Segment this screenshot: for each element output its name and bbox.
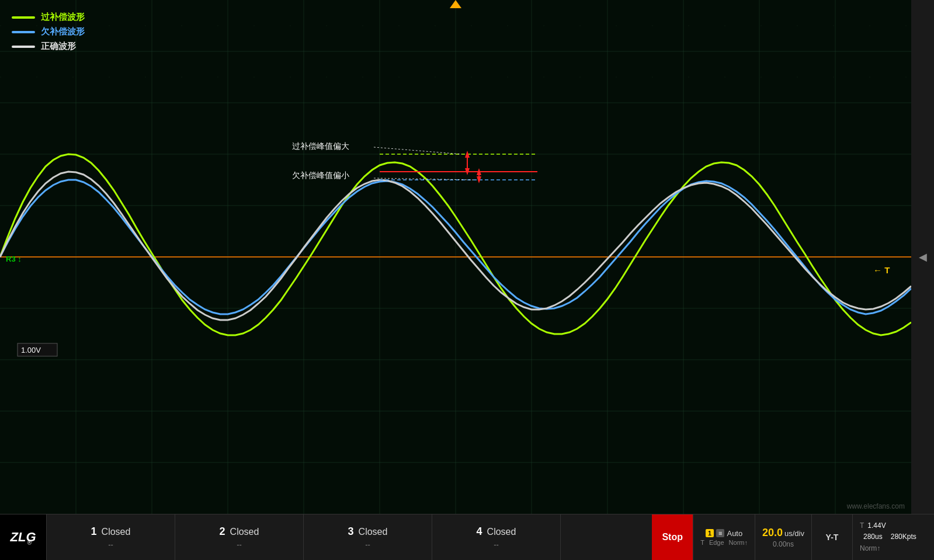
svg-text:R3 ↕: R3 ↕ (6, 255, 22, 263)
legend: 过补偿波形 欠补偿波形 正确波形 (12, 12, 85, 52)
extra-norm-label: Norm↑ (860, 543, 880, 554)
channel-2-sub: -- (237, 540, 242, 549)
legend-item-under: 欠补偿波形 (12, 26, 85, 37)
right-sidebar: ◀ (911, 0, 934, 514)
channel-3-button[interactable]: 3 Closed -- (304, 514, 432, 561)
legend-color-over (12, 16, 35, 19)
yt-mode-group: Y-T (811, 514, 852, 561)
legend-label-correct: 正确波形 (41, 41, 76, 52)
trigger-group: 1 ≡ Auto T Edge Norm↑ (693, 514, 755, 561)
channel-1-num: 1 (91, 526, 97, 538)
timebase-value: 20.0 (762, 527, 783, 539)
timebase-group: 20.0 us/div 0.00ns (755, 514, 811, 561)
extra-t-label: T (860, 520, 864, 531)
watermark: www.elecfans.com (847, 502, 905, 510)
timebase-unit: us/div (784, 529, 804, 538)
channel-4-num: 4 (477, 526, 482, 538)
status-bar: ZLG ® 1 Closed -- 2 Closed -- 3 Closed -… (0, 514, 934, 560)
channel-2-button[interactable]: 2 Closed -- (175, 514, 304, 561)
zlg-logo-text: ZLG (11, 530, 36, 545)
channel-1-label: Closed (102, 527, 131, 537)
timebase-offset: 0.00ns (773, 540, 794, 548)
channel-4-label: Closed (487, 527, 516, 537)
zlg-logo: ZLG ® (0, 514, 47, 561)
stop-button[interactable]: Stop (652, 514, 693, 561)
channel-3-label: Closed (359, 527, 388, 537)
channel-2-num: 2 (220, 526, 225, 538)
legend-item-over: 过补偿波形 (12, 12, 85, 23)
trigger-channel-icon: 1 (706, 529, 714, 537)
legend-label-under: 欠补偿波形 (41, 26, 85, 37)
channel-4-sub: -- (494, 540, 499, 549)
sidebar-collapse-arrow[interactable]: ◀ (919, 251, 927, 263)
trigger-auto-label: Auto (727, 529, 742, 538)
right-controls: Stop 1 ≡ Auto T Edge Norm↑ 20.0 us/div 0… (652, 514, 934, 561)
svg-text:1.00V: 1.00V (21, 346, 41, 354)
legend-label-over: 过补偿波形 (41, 12, 85, 23)
legend-color-correct (12, 46, 35, 48)
channel-1-sub: -- (108, 540, 113, 549)
channel-3-sub: -- (365, 540, 370, 549)
extra-delay-value: 280us (863, 531, 883, 542)
waveform-canvas: 过补偿峰值偏大 欠补偿峰值偏小 R3 ↕ 1.00V ← T (0, 0, 911, 514)
svg-text:欠补偿峰值偏小: 欠补偿峰值偏小 (292, 171, 349, 180)
channel-1-button[interactable]: 1 Closed -- (47, 514, 175, 561)
extra-pts-value: 280Kpts (891, 531, 916, 542)
extra-t-value: 1.44V (867, 520, 886, 531)
channel-4-button[interactable]: 4 Closed -- (432, 514, 561, 561)
zlg-registered: ® (27, 540, 32, 546)
legend-color-under (12, 31, 35, 33)
channel-2-label: Closed (230, 527, 259, 537)
svg-text:过补偿峰值偏大: 过补偿峰值偏大 (292, 141, 349, 151)
trigger-type-icon: ≡ (716, 529, 724, 537)
oscilloscope-screen: 过补偿峰值偏大 欠补偿峰值偏小 R3 ↕ 1.00V ← T 过补偿波形 欠补偿… (0, 0, 911, 514)
svg-text:← T: ← T (873, 265, 890, 275)
trigger-edge-label: Edge (709, 539, 724, 546)
legend-item-correct: 正确波形 (12, 41, 85, 52)
trigger-t-label: T (700, 539, 704, 546)
channel-3-num: 3 (348, 526, 354, 538)
extra-info-group: T 1.44V 280us 280Kpts Norm↑ (852, 514, 934, 561)
trigger-norm-label: Norm↑ (729, 539, 748, 546)
yt-label: Y-T (826, 533, 839, 542)
